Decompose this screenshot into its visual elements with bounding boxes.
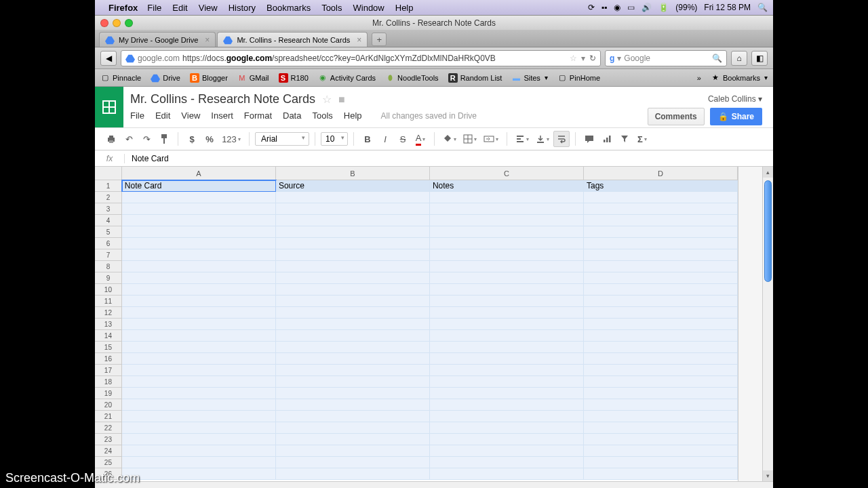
cell-D12[interactable] — [584, 307, 738, 319]
select-all-corner[interactable] — [95, 167, 122, 180]
bookmark-star-icon[interactable]: ☆ — [570, 54, 577, 63]
cell-D25[interactable] — [584, 457, 738, 468]
sheet-tabs-bar[interactable] — [95, 481, 773, 488]
cell-A24[interactable] — [122, 445, 276, 457]
share-button[interactable]: 🔒Share — [710, 108, 762, 125]
row-header[interactable]: 8 — [95, 261, 122, 272]
merge-button[interactable]: ▾ — [481, 131, 501, 147]
bookmark-blogger[interactable]: BBlogger — [190, 73, 228, 83]
menu-file[interactable]: File — [147, 3, 161, 13]
overflow-chevron-icon[interactable]: » — [697, 74, 701, 82]
cell-D6[interactable] — [584, 238, 738, 249]
cell-B5[interactable] — [276, 226, 430, 238]
cell-B14[interactable] — [276, 330, 430, 342]
row-header[interactable]: 17 — [95, 365, 122, 376]
bookmark-pinnacle[interactable]: ▢Pinnacle — [100, 73, 141, 83]
cell-C8[interactable] — [430, 261, 584, 272]
cell-D11[interactable] — [584, 296, 738, 307]
cell-A5[interactable] — [122, 226, 276, 238]
cell-B20[interactable] — [276, 399, 430, 411]
cell-B17[interactable] — [276, 365, 430, 376]
cell-C15[interactable] — [430, 342, 584, 353]
cell-A9[interactable] — [122, 272, 276, 284]
cell-B13[interactable] — [276, 319, 430, 330]
sheets-menu-insert[interactable]: Insert — [211, 110, 233, 121]
cell-D8[interactable] — [584, 261, 738, 272]
text-color-button[interactable]: A▾ — [412, 131, 429, 147]
cell-C23[interactable] — [430, 434, 584, 445]
cell-A10[interactable] — [122, 284, 276, 296]
app-name[interactable]: Firefox — [108, 3, 138, 13]
cell-B18[interactable] — [276, 376, 430, 388]
cell-A25[interactable] — [122, 457, 276, 468]
row-header[interactable]: 16 — [95, 353, 122, 365]
cell-B26[interactable] — [276, 468, 430, 480]
sheets-menu-tools[interactable]: Tools — [312, 110, 332, 121]
insert-chart-button[interactable] — [599, 131, 615, 147]
new-tab-button[interactable]: + — [372, 33, 387, 46]
row-header[interactable]: 2 — [95, 192, 122, 203]
column-header-a[interactable]: A — [122, 167, 276, 180]
cell-B2[interactable] — [276, 192, 430, 203]
formula-bar[interactable]: fx Note Card — [95, 150, 773, 167]
row-header[interactable]: 20 — [95, 399, 122, 411]
cell-A19[interactable] — [122, 388, 276, 399]
document-title[interactable]: Mr. Collins - Research Note Cards — [130, 92, 315, 106]
wifi-icon[interactable]: ◉ — [614, 3, 620, 12]
cell-D20[interactable] — [584, 399, 738, 411]
cell-D16[interactable] — [584, 353, 738, 365]
cell-D9[interactable] — [584, 272, 738, 284]
row-header[interactable]: 14 — [95, 330, 122, 342]
bookmark-noodle[interactable]: ⬮NoodleTools — [385, 73, 439, 83]
row-header[interactable]: 9 — [95, 272, 122, 284]
halign-button[interactable]: ▾ — [513, 131, 532, 147]
cell-B7[interactable] — [276, 249, 430, 261]
row-header[interactable]: 10 — [95, 284, 122, 296]
cell-C9[interactable] — [430, 272, 584, 284]
search-icon[interactable]: 🔍 — [712, 54, 722, 63]
cell-D7[interactable] — [584, 249, 738, 261]
cell-A18[interactable] — [122, 376, 276, 388]
currency-button[interactable]: $ — [184, 131, 200, 147]
cell-C10[interactable] — [430, 284, 584, 296]
browser-tab-drive[interactable]: My Drive - Google Drive × — [99, 32, 216, 47]
cell-D13[interactable] — [584, 319, 738, 330]
row-header[interactable]: 4 — [95, 215, 122, 226]
scroll-thumb[interactable] — [764, 180, 772, 282]
cell-A12[interactable] — [122, 307, 276, 319]
window-minimize-button[interactable] — [113, 19, 121, 27]
column-header-d[interactable]: D — [584, 167, 738, 180]
cell-B9[interactable] — [276, 272, 430, 284]
cell-D17[interactable] — [584, 365, 738, 376]
cell-C25[interactable] — [430, 457, 584, 468]
cell-A23[interactable] — [122, 434, 276, 445]
bookmark-random[interactable]: RRandom List — [448, 73, 502, 83]
cell-B22[interactable] — [276, 422, 430, 434]
column-header-c[interactable]: C — [430, 167, 584, 180]
row-header[interactable]: 3 — [95, 203, 122, 215]
row-header[interactable]: 25 — [95, 457, 122, 468]
cell-D18[interactable] — [584, 376, 738, 388]
cell-C12[interactable] — [430, 307, 584, 319]
row-header[interactable]: 1 — [95, 180, 122, 192]
sheets-menu-data[interactable]: Data — [283, 110, 301, 121]
sheets-menu-help[interactable]: Help — [344, 110, 362, 121]
cell-D3[interactable] — [584, 203, 738, 215]
scroll-down-icon[interactable]: ▾ — [763, 470, 773, 481]
cell-C18[interactable] — [430, 376, 584, 388]
borders-button[interactable]: ▾ — [460, 131, 479, 147]
fill-color-button[interactable]: ▾ — [440, 131, 459, 147]
sheets-menu-view[interactable]: View — [181, 110, 200, 121]
cell-C14[interactable] — [430, 330, 584, 342]
strike-button[interactable]: S — [395, 131, 411, 147]
font-select[interactable]: Arial — [255, 132, 309, 146]
cell-A17[interactable] — [122, 365, 276, 376]
undo-button[interactable]: ↶ — [121, 131, 137, 147]
row-header[interactable]: 13 — [95, 319, 122, 330]
cell-A1[interactable]: Note Card — [122, 180, 276, 192]
cell-D1[interactable]: Tags — [584, 180, 738, 192]
cell-C4[interactable] — [430, 215, 584, 226]
cell-C17[interactable] — [430, 365, 584, 376]
bookmark-sites[interactable]: ▬Sites▾ — [511, 73, 547, 83]
menu-history[interactable]: History — [229, 3, 256, 13]
